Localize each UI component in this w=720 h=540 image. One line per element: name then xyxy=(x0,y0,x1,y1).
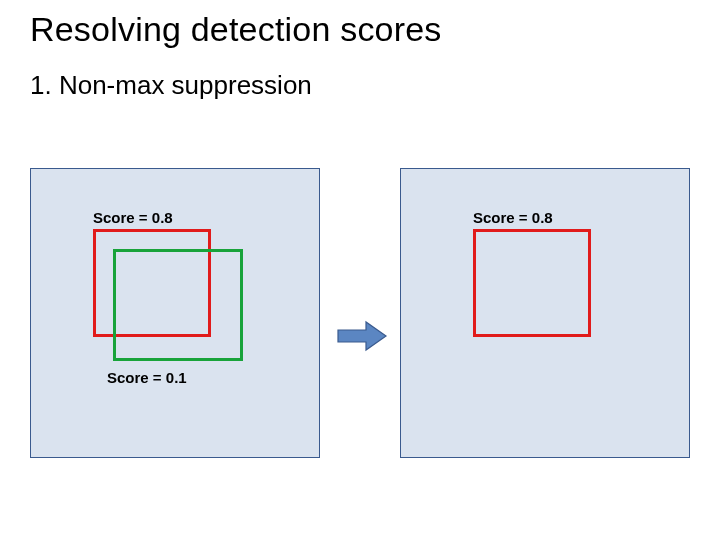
score-label-result: Score = 0.8 xyxy=(473,209,553,226)
score-label-high: Score = 0.8 xyxy=(93,209,173,226)
slide-subtitle: 1. Non-max suppression xyxy=(30,70,312,101)
transition-arrow-icon xyxy=(336,320,388,352)
arrow-shape xyxy=(338,322,386,350)
detection-box-result xyxy=(473,229,591,337)
slide-title: Resolving detection scores xyxy=(30,10,442,49)
score-label-low: Score = 0.1 xyxy=(107,369,187,386)
detection-box-low xyxy=(113,249,243,361)
before-panel: Score = 0.8 Score = 0.1 xyxy=(30,168,320,458)
after-panel: Score = 0.8 xyxy=(400,168,690,458)
